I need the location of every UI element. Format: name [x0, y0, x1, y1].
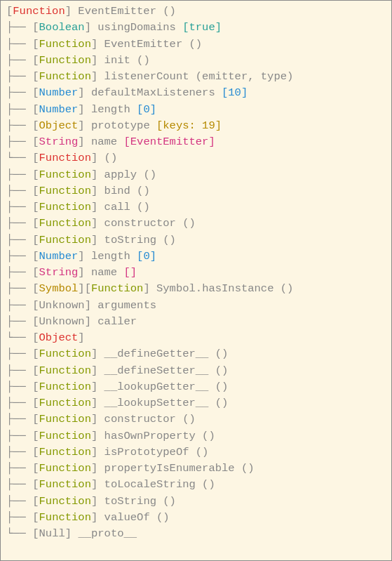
property-name: call: [104, 201, 130, 213]
tree-branch-prefix: ├──: [6, 70, 32, 83]
type-tag: String: [39, 136, 79, 148]
tree-node[interactable]: [Function] EventEmitter (): [6, 4, 386, 20]
property-name: name: [91, 266, 117, 279]
tree-node[interactable]: └── [Function] (): [6, 150, 386, 166]
tree-branch-prefix: ├──: [6, 169, 32, 181]
property-suffix: (): [130, 54, 150, 67]
tree-node[interactable]: ├── [String] name [EventEmitter]: [6, 134, 386, 150]
type-tag: Unknown: [39, 315, 85, 328]
property-name: listenerCount: [104, 70, 189, 83]
tree-branch-prefix: ├──: [6, 462, 32, 475]
tree-branch-prefix: ├──: [6, 119, 32, 132]
property-name: Symbol.hasInstance: [156, 282, 273, 295]
type-tag: Function: [39, 478, 91, 491]
type-tag: Function: [39, 364, 91, 377]
tree-node[interactable]: ├── [Function] toString (): [6, 232, 386, 249]
tree-node[interactable]: ├── [Function] apply (): [6, 167, 386, 183]
tree-node[interactable]: ├── [String] name []: [6, 265, 386, 281]
tree-node[interactable]: ├── [Function] isPrototypeOf (): [6, 444, 386, 461]
type-tag: Function: [39, 397, 91, 409]
type-tag: String: [39, 266, 79, 279]
property-value: [0]: [137, 250, 156, 263]
tree-node[interactable]: └── [Object]: [6, 330, 386, 346]
property-name: constructor: [104, 413, 176, 425]
property-suffix: (): [208, 348, 228, 360]
type-tag: Number: [39, 250, 79, 263]
tree-node[interactable]: ├── [Function] toLocaleString (): [6, 477, 386, 493]
property-suffix: [117, 266, 123, 279]
property-name: constructor: [104, 217, 176, 230]
tree-node[interactable]: ├── [Object] prototype [keys: 19]: [6, 118, 386, 134]
type-tag: Object: [39, 119, 79, 132]
property-value: []: [124, 266, 137, 279]
tree-branch-prefix: ├──: [6, 364, 32, 377]
property-suffix: (): [130, 201, 150, 213]
tree-node[interactable]: ├── [Function] __lookupSetter__ (): [6, 395, 386, 411]
tree-node[interactable]: ├── [Function] call (): [6, 199, 386, 216]
tree-branch-prefix: ├──: [6, 136, 32, 148]
property-suffix: (): [176, 217, 196, 230]
tree-node[interactable]: ├── [Function] __defineSetter__ (): [6, 363, 386, 379]
property-suffix: [150, 119, 156, 132]
tree-branch-prefix: ├──: [6, 38, 32, 51]
property-suffix: (): [235, 462, 255, 475]
property-suffix: (): [189, 446, 209, 458]
tree-node[interactable]: ├── [Function] valueOf (): [6, 510, 386, 526]
property-value: [0]: [137, 103, 156, 116]
type-tag: Function: [39, 152, 91, 164]
tree-node[interactable]: ├── [Function] propertyIsEnumerable (): [6, 461, 386, 477]
property-suffix: [130, 250, 137, 263]
tree-node[interactable]: ├── [Function] constructor (): [6, 411, 386, 428]
tree-branch-prefix: ├──: [6, 250, 32, 263]
tree-node[interactable]: ├── [Function] bind (): [6, 183, 386, 199]
tree-branch-prefix: └──: [6, 152, 32, 164]
property-name: EventEmitter: [104, 38, 183, 51]
tree-branch-prefix: ├──: [6, 103, 32, 116]
tree-branch-prefix: ├──: [6, 315, 32, 328]
tree-node[interactable]: ├── [Function] __defineGetter__ (): [6, 346, 386, 362]
tree-node[interactable]: ├── [Function] __lookupGetter__ (): [6, 379, 386, 395]
property-suffix: (): [208, 397, 228, 409]
tree-node[interactable]: ├── [Symbol][Function] Symbol.hasInstanc…: [6, 281, 386, 297]
type-tag: Number: [39, 86, 79, 99]
tree-node[interactable]: ├── [Number] defaultMaxListeners [10]: [6, 85, 386, 101]
property-value: [true]: [182, 21, 222, 34]
property-suffix: (emitter, type): [189, 70, 294, 83]
tree-branch-prefix: ├──: [6, 299, 32, 312]
tree-node[interactable]: ├── [Function] listenerCount (emitter, t…: [6, 69, 386, 85]
tree-branch-prefix: ├──: [6, 54, 32, 67]
type-tag: Function: [39, 169, 91, 181]
tree-node[interactable]: ├── [Unknown] arguments: [6, 298, 386, 314]
tree-node[interactable]: ├── [Function] EventEmitter (): [6, 37, 386, 53]
tree-branch-prefix: ├──: [6, 446, 32, 458]
tree-node[interactable]: ├── [Boolean] usingDomains [true]: [6, 20, 386, 36]
property-name: __defineGetter__: [104, 348, 209, 360]
tree-node[interactable]: ├── [Function] init (): [6, 53, 386, 69]
property-suffix: (): [137, 169, 156, 181]
type-tag: Function: [13, 5, 65, 18]
tree-branch-prefix: ├──: [6, 348, 32, 360]
property-suffix: [117, 136, 123, 148]
property-suffix: [130, 103, 137, 116]
property-name: toString: [104, 234, 156, 246]
type-tag: Null: [39, 527, 65, 540]
property-suffix: [215, 86, 222, 99]
property-suffix: (): [130, 185, 150, 197]
property-name: defaultMaxListeners: [91, 86, 215, 99]
property-suffix: (): [196, 478, 215, 491]
tree-node[interactable]: ├── [Number] length [0]: [6, 249, 386, 265]
tree-node[interactable]: └── [Null] __proto__: [6, 526, 386, 542]
tree-node[interactable]: ├── [Function] hasOwnProperty (): [6, 428, 386, 444]
property-suffix: (): [208, 364, 228, 377]
property-name: propertyIsEnumerable: [104, 462, 235, 475]
tree-node[interactable]: ├── [Unknown] caller: [6, 314, 386, 330]
property-name: length: [91, 103, 130, 116]
property-name: arguments: [97, 299, 156, 312]
property-value: [10]: [222, 86, 248, 99]
property-name: init: [104, 54, 130, 67]
tree-node[interactable]: ├── [Function] constructor (): [6, 216, 386, 232]
type-tag: Number: [39, 103, 79, 116]
tree-node[interactable]: ├── [Number] length [0]: [6, 102, 386, 118]
property-suffix: (): [182, 38, 202, 51]
tree-node[interactable]: ├── [Function] toString (): [6, 494, 386, 510]
